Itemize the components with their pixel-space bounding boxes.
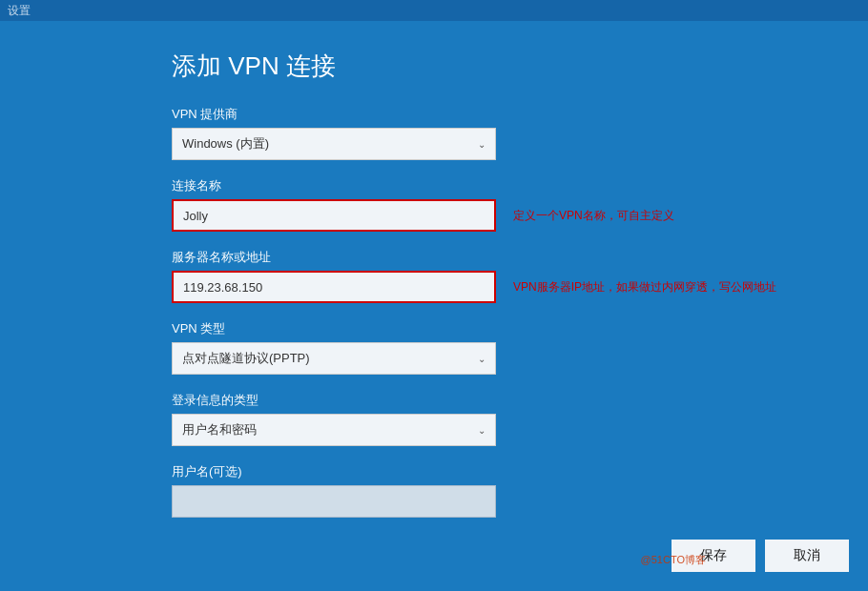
vpn-type-value: 点对点隧道协议(PPTP)	[182, 350, 310, 367]
vpn-type-select[interactable]: 点对点隧道协议(PPTP) ⌄	[172, 342, 496, 375]
vpn-type-group: VPN 类型 点对点隧道协议(PPTP) ⌄	[172, 320, 830, 375]
vpn-provider-label: VPN 提供商	[172, 106, 830, 123]
watermark: @51CTO博客	[641, 553, 706, 567]
chevron-down-icon: ⌄	[478, 139, 486, 150]
chevron-down-icon: ⌄	[478, 425, 486, 436]
top-bar-title: 设置	[8, 3, 31, 19]
login-type-select[interactable]: 用户名和密码 ⌄	[172, 414, 496, 446]
connection-name-group: 连接名称 定义一个VPN名称，可自主定义	[172, 177, 830, 232]
server-group: 服务器名称或地址 VPN服务器IP地址，如果做过内网穿透，写公网地址	[172, 249, 830, 303]
server-annotation: VPN服务器IP地址，如果做过内网穿透，写公网地址	[513, 279, 776, 296]
connection-name-annotation: 定义一个VPN名称，可自主定义	[513, 208, 674, 224]
server-input[interactable]	[172, 271, 496, 303]
connection-name-row: 定义一个VPN名称，可自主定义	[172, 199, 830, 232]
username-group: 用户名(可选)	[172, 463, 830, 518]
connection-name-input[interactable]	[172, 199, 496, 232]
chevron-down-icon: ⌄	[478, 354, 486, 364]
login-type-group: 登录信息的类型 用户名和密码 ⌄	[172, 392, 830, 446]
login-type-value: 用户名和密码	[182, 421, 257, 438]
server-row: VPN服务器IP地址，如果做过内网穿透，写公网地址	[172, 271, 830, 303]
dialog-container: 添加 VPN 连接 VPN 提供商 Windows (内置) ⌄ 连接名称 定义…	[134, 21, 868, 591]
top-bar: 设置	[0, 0, 868, 21]
login-type-label: 登录信息的类型	[172, 392, 830, 409]
vpn-provider-group: VPN 提供商 Windows (内置) ⌄	[172, 106, 830, 160]
username-label: 用户名(可选)	[172, 463, 830, 480]
dialog-title: 添加 VPN 连接	[172, 50, 830, 83]
server-label: 服务器名称或地址	[172, 249, 830, 266]
vpn-type-label: VPN 类型	[172, 320, 830, 337]
connection-name-label: 连接名称	[172, 177, 830, 194]
vpn-provider-select[interactable]: Windows (内置) ⌄	[172, 128, 496, 160]
username-input[interactable]	[172, 485, 496, 518]
vpn-provider-value: Windows (内置)	[182, 135, 269, 153]
cancel-button[interactable]: 取消	[765, 540, 849, 572]
